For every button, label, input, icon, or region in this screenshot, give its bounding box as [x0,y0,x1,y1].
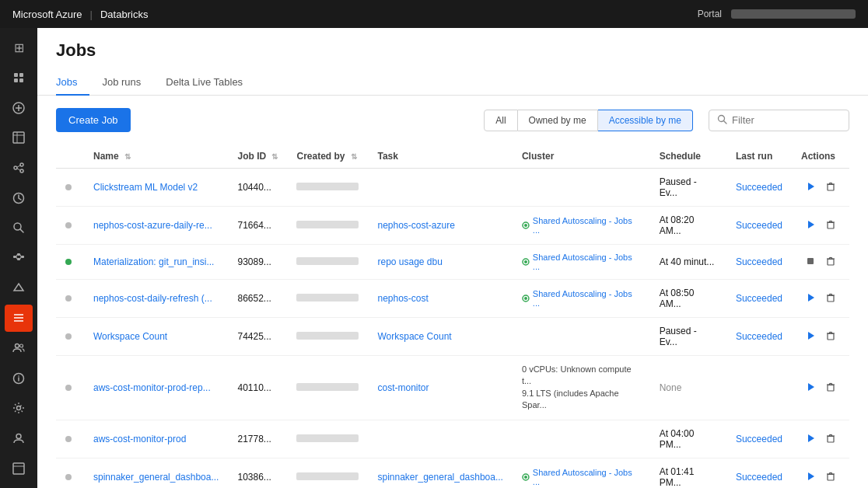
job-id-cell: 40110... [228,356,287,420]
play-button[interactable] [801,431,820,447]
filter-accessible-button[interactable]: Accessible by me [598,110,693,131]
job-id-cell: 10386... [228,458,287,488]
sidebar-icon-panel[interactable] [5,455,33,482]
sidebar-icon-info[interactable] [5,364,33,392]
actions-cell [792,356,849,420]
task-cell: cost-monitor [368,356,512,420]
filter-all-button[interactable]: All [484,110,517,131]
play-button[interactable] [801,380,820,396]
last-run-status[interactable]: Succeeded [736,434,782,444]
svg-rect-18 [13,256,16,258]
job-id-cell: 74425... [228,318,287,356]
svg-rect-84 [828,436,834,442]
delete-button[interactable] [821,180,840,195]
tab-delta-live[interactable]: Delta Live Tables [153,70,255,96]
sidebar-icon-workflow[interactable] [5,245,33,272]
status-dot [65,295,72,302]
schedule-cell: At 08:20 AM... [650,207,726,245]
sidebar-icon-table[interactable] [5,124,33,152]
tab-jobs[interactable]: Jobs [56,70,89,96]
col-cluster: Cluster [513,145,650,169]
play-button[interactable] [801,218,820,233]
sidebar-icon-people[interactable] [5,335,33,362]
search-input[interactable] [732,114,841,126]
sidebar-icon-ml[interactable] [5,274,33,302]
delete-button[interactable] [821,469,840,485]
status-cell [56,169,84,207]
toolbar: Create Job All Owned by me Accessible by… [37,96,868,145]
delete-button[interactable] [821,291,840,306]
status-cell [56,356,84,420]
schedule-cell: None [650,356,726,420]
col-job-id[interactable]: Job ID ⇅ [228,145,287,169]
filter-owned-button[interactable]: Owned by me [518,110,598,131]
schedule-cell: At 04:00 PM... [650,420,726,458]
topbar-right: Portal [698,9,856,19]
svg-rect-42 [828,185,834,191]
last-run-status[interactable]: Succeeded [736,256,782,267]
job-name-cell: aws-cost-monitor-prod-rep... [84,356,228,420]
job-name-link[interactable]: aws-cost-monitor-prod [93,434,186,444]
tab-job-runs[interactable]: Job runs [89,70,153,96]
task-cell: spinnaker_general_dashboa... [368,458,512,488]
table-row: aws-cost-monitor-prod-rep...40110...cost… [56,356,849,420]
created-by-blurred [296,221,359,228]
job-name-link[interactable]: nephos-cost-daily-refresh (... [93,293,212,304]
col-last-run: Last run [726,145,792,169]
task-link[interactable]: repo usage dbu [377,256,442,267]
job-name-link[interactable]: spinnaker_general_dashboa... [93,472,219,483]
play-button[interactable] [801,180,820,195]
play-button[interactable] [801,469,820,485]
task-link[interactable]: nephos-cost [377,293,428,304]
cluster-badge: Shared Autoscaling - Jobs ... [522,289,641,308]
status-dot [65,222,72,228]
svg-line-25 [20,257,21,260]
last-run-status[interactable]: Succeeded [736,220,782,231]
create-job-button[interactable]: Create Job [56,108,131,132]
last-run-status[interactable]: Succeeded [736,182,782,193]
last-run-status[interactable]: Succeeded [736,293,782,304]
delete-button[interactable] [821,218,840,233]
task-link[interactable]: nephos-cost-azure [377,220,454,231]
sidebar-icon-create[interactable] [5,94,33,121]
last-run-status[interactable]: Succeeded [736,331,782,342]
last-run-status[interactable]: Succeeded [736,472,782,483]
task-link[interactable]: Workspace Count [377,331,451,342]
col-name[interactable]: Name ⇅ [84,145,228,169]
sidebar-icon-list[interactable] [5,305,33,332]
sidebar-icon-dashboard[interactable] [5,64,33,92]
sidebar-icon-graph[interactable] [5,155,33,182]
sidebar-icon-search[interactable] [5,214,33,242]
delete-button[interactable] [821,431,840,447]
svg-line-23 [16,257,17,260]
user-email-blurred [731,9,856,19]
job-name-link[interactable]: Materialization: git_run_insi... [93,256,214,267]
col-schedule: Schedule [650,145,726,169]
sidebar-icon-settings[interactable] [5,395,33,422]
status-dot [65,259,72,265]
delete-button[interactable] [821,329,840,344]
play-button[interactable] [801,291,820,306]
cluster-cell: Shared Autoscaling - Jobs ... [513,245,650,280]
sidebar-icon-clock[interactable] [5,184,33,211]
task-link[interactable]: spinnaker_general_dashboa... [377,472,502,483]
cluster-cell: Shared Autoscaling - Jobs ... [513,458,650,488]
stop-button[interactable] [801,254,820,270]
job-name-link[interactable]: Workspace Count [93,331,167,342]
job-name-link[interactable]: Clickstream ML Model v2 [93,182,198,193]
job-name-cell: nephos-cost-daily-refresh (... [84,280,228,318]
task-link[interactable]: cost-monitor [377,382,429,393]
svg-rect-2 [14,78,18,82]
col-created-by[interactable]: Created by ⇅ [287,145,368,169]
job-name-link[interactable]: aws-cost-monitor-prod-rep... [93,382,211,393]
created-by-blurred [296,472,359,480]
delete-button[interactable] [821,380,840,396]
svg-marker-71 [808,332,814,340]
job-name-link[interactable]: nephos-cost-azure-daily-re... [93,220,212,231]
topbar-divider: | [90,9,93,20]
sidebar-icon-user[interactable] [5,425,33,452]
svg-line-22 [16,255,17,257]
delete-button[interactable] [821,254,840,270]
play-button[interactable] [801,329,820,344]
sidebar-icon-layers[interactable]: ⊞ [5,34,33,61]
